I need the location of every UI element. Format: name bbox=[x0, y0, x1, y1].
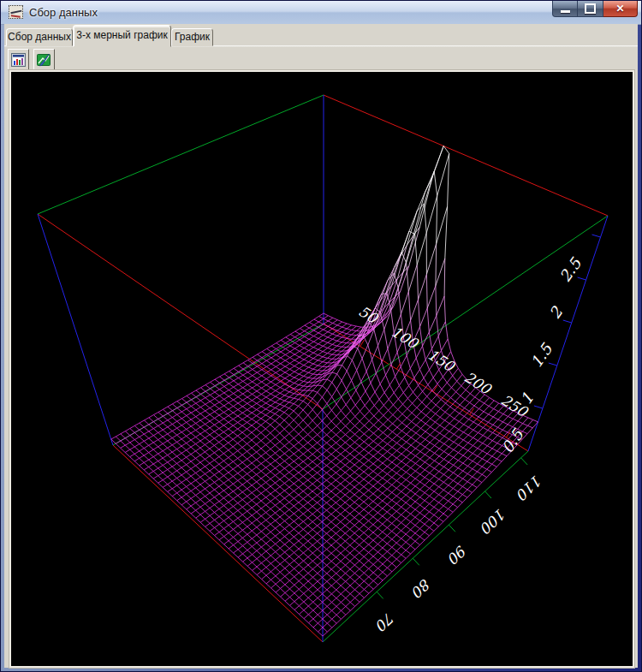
window-content: Сбор данных 3-х мерный график График bbox=[4, 24, 638, 668]
maximize-button[interactable] bbox=[578, 1, 603, 17]
svg-text:90: 90 bbox=[444, 542, 470, 568]
svg-text:110: 110 bbox=[513, 472, 545, 504]
bar-chart-button[interactable] bbox=[8, 49, 29, 70]
plot-area[interactable]: 501001502002507080901001100.511.522.5 bbox=[11, 72, 633, 666]
tab-data-collection[interactable]: Сбор данных bbox=[6, 28, 73, 46]
svg-text:80: 80 bbox=[408, 575, 434, 601]
close-icon: ✕ bbox=[615, 3, 624, 15]
tab-3d-graph[interactable]: 3-х мерный график bbox=[73, 25, 171, 47]
maximize-icon bbox=[585, 3, 596, 14]
svg-text:2: 2 bbox=[545, 302, 567, 322]
bar-chart-icon bbox=[11, 53, 26, 67]
svg-text:50: 50 bbox=[355, 302, 381, 327]
tab-graph[interactable]: График bbox=[171, 28, 213, 46]
titlebar[interactable]: Сбор данных ✕ bbox=[1, 1, 641, 25]
window-controls: ✕ bbox=[552, 1, 638, 17]
surface-3d-plot: 501001502002507080901001100.511.522.5 bbox=[11, 72, 633, 666]
svg-text:70: 70 bbox=[372, 609, 398, 634]
minimize-button[interactable] bbox=[552, 1, 578, 17]
chart-pencil-icon bbox=[37, 53, 51, 67]
window-title: Сбор данных bbox=[29, 6, 98, 19]
app-chart-icon bbox=[9, 5, 23, 19]
close-button[interactable]: ✕ bbox=[603, 1, 638, 17]
minimize-icon bbox=[561, 10, 570, 13]
edit-chart-button[interactable] bbox=[33, 49, 55, 70]
svg-text:2.5: 2.5 bbox=[556, 253, 586, 285]
plot-panel: 501001502002507080901001100.511.522.5 bbox=[9, 70, 634, 668]
svg-text:100: 100 bbox=[477, 505, 509, 538]
svg-text:1.5: 1.5 bbox=[527, 339, 557, 371]
app-window: Сбор данных ✕ Сбор данных 3-х мерный гра… bbox=[0, 0, 642, 672]
